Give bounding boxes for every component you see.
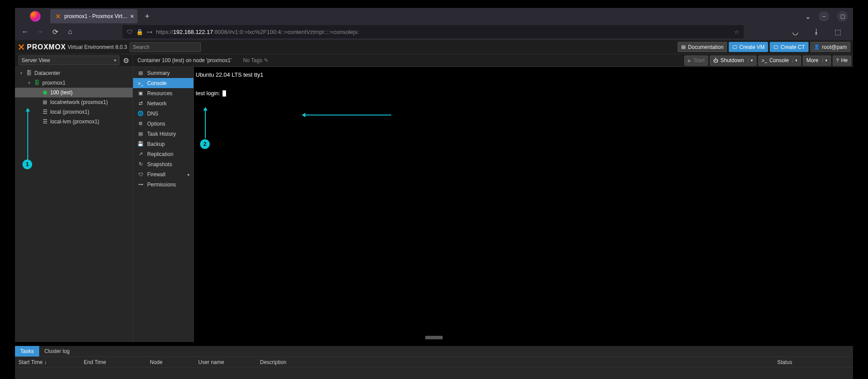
reload-button[interactable]: ⟳ — [48, 25, 62, 38]
col-description[interactable]: Description — [256, 359, 774, 365]
col-node[interactable]: Node — [146, 359, 195, 365]
annotation-bubble-1: 1 — [22, 160, 32, 169]
nav-firewall[interactable]: 🛡Firewall▸ — [133, 169, 193, 179]
tasks-panel: Tasks Cluster log Start Time ↓ End Time … — [15, 346, 853, 379]
key-icon: ⊶ — [137, 182, 144, 187]
pocket-icon[interactable]: ◡ — [789, 25, 802, 38]
url-proto: https:// — [156, 29, 173, 35]
col-start-time[interactable]: Start Time ↓ — [15, 359, 80, 365]
nav-task-history[interactable]: ▤Task History — [133, 129, 193, 139]
window-controls: ⌄ – ▢ — [805, 11, 853, 22]
play-icon: ▶ — [688, 58, 691, 63]
bookmark-star-icon[interactable]: ☆ — [734, 29, 739, 35]
annotation-arrow-2 — [205, 108, 206, 138]
lock-icon: 🔒 — [136, 29, 143, 35]
resource-tree: ▾🗄Datacenter ▾🗄proxmox1 ⬢100 (test) ⊞loc… — [15, 67, 133, 342]
nav-snapshots[interactable]: ↻Snapshots — [133, 159, 193, 169]
caret-down-icon: ▾ — [793, 58, 798, 63]
close-tab-icon[interactable]: × — [130, 13, 134, 20]
console-button[interactable]: >_Console▾ — [758, 56, 801, 66]
shutdown-button[interactable]: ⏻Shutdown▾ — [710, 56, 756, 66]
tree-node-proxmox1[interactable]: ▾🗄proxmox1 — [15, 78, 133, 88]
bottom-tabs: Tasks Cluster log — [15, 346, 853, 357]
tree-localnetwork[interactable]: ⊞localnetwork (proxmox1) — [15, 97, 133, 107]
new-tab-button[interactable]: + — [141, 10, 153, 22]
book-icon: ▤ — [681, 44, 686, 50]
tree-datacenter[interactable]: ▾🗄Datacenter — [15, 68, 133, 78]
tree-local-lvm[interactable]: ☰local-lvm (proxmox1) — [15, 117, 133, 126]
download-icon[interactable]: ⭳ — [810, 25, 823, 38]
minimize-button[interactable]: – — [819, 11, 829, 22]
container-icon: 🖵 — [773, 45, 778, 50]
extensions-icon[interactable]: ⬚ — [831, 25, 844, 38]
home-button[interactable]: ⌂ — [63, 25, 77, 38]
network-icon: ⇄ — [137, 100, 144, 106]
cube-icon: ⬢ — [41, 89, 48, 96]
caret-down-icon: ▾ — [823, 58, 827, 63]
start-button[interactable]: ▶Start — [684, 56, 708, 66]
toolbar: Server View▾ ⚙ Container 100 (test) on n… — [15, 54, 853, 67]
more-button[interactable]: More▾ — [803, 56, 831, 66]
terminal-icon: >_ — [137, 81, 144, 86]
view-dropdown[interactable]: Server View▾ — [19, 56, 119, 65]
annotation-bubble-2: 2 — [200, 139, 210, 149]
version-label: Virtual Environment 8.0.3 — [68, 44, 127, 50]
server-icon: 🗄 — [26, 70, 33, 76]
col-end-time[interactable]: End Time — [80, 359, 146, 365]
browser-tab[interactable]: ✕ proxmox1 - Proxmox Virt… × — [50, 9, 137, 23]
col-user[interactable]: User name — [195, 359, 256, 365]
nav-network[interactable]: ⇄Network — [133, 98, 193, 108]
tab-bar: ✕ proxmox1 - Proxmox Virt… × + ⌄ – ▢ — [15, 8, 853, 23]
maximize-button[interactable]: ▢ — [837, 11, 848, 22]
forward-button[interactable]: → — [33, 25, 47, 38]
pencil-icon: ✎ — [264, 57, 268, 63]
create-vm-button[interactable]: 🖵Create VM — [729, 42, 768, 52]
chevron-down-icon[interactable]: ⌄ — [805, 12, 811, 21]
url-host: 192.168.122.17 — [173, 29, 213, 35]
tab-title: proxmox1 - Proxmox Virt… — [64, 13, 128, 19]
documentation-button[interactable]: ▤Documentation — [678, 42, 727, 52]
chevron-right-icon: ▸ — [188, 172, 190, 177]
col-status[interactable]: Status — [774, 359, 853, 365]
user-icon: 👤 — [814, 44, 820, 50]
gear-icon[interactable]: ⚙ — [121, 56, 131, 65]
user-button[interactable]: 👤root@pam — [810, 42, 850, 52]
help-button[interactable]: ?He — [833, 56, 851, 66]
tab-tasks[interactable]: Tasks — [15, 346, 39, 357]
url-path: :8006/#v1:0:=lxc%2F100:4::=contentVztmpl… — [213, 29, 359, 35]
tab-cluster-log[interactable]: Cluster log — [39, 346, 75, 357]
key-icon: ⊶ — [147, 29, 152, 35]
storage-icon: ☰ — [41, 119, 48, 125]
search-input[interactable]: Search — [130, 42, 201, 52]
nav-backup[interactable]: 💾Backup — [133, 139, 193, 149]
create-ct-button[interactable]: 🖵Create CT — [770, 42, 808, 52]
split-handle[interactable] — [425, 336, 443, 339]
notes-icon: ▤ — [137, 70, 144, 76]
url-bar[interactable]: 🛡 🔒 ⊶ https://192.168.122.17:8006/#v1:0:… — [122, 25, 744, 38]
nav-options[interactable]: ⚙Options — [133, 119, 193, 129]
node-icon: 🗄 — [33, 80, 41, 86]
network-icon: ⊞ — [41, 99, 48, 105]
list-icon: ▤ — [137, 131, 144, 137]
logo-text: PROXMOX — [27, 43, 66, 51]
nav-resources[interactable]: ▣Resources — [133, 88, 193, 98]
app-header: ✕ PROXMOX Virtual Environment 8.0.3 Sear… — [15, 40, 853, 54]
no-tags-label[interactable]: No Tags✎ — [243, 57, 268, 63]
nav-dns[interactable]: 🌐DNS — [133, 108, 193, 119]
proxmox-favicon: ✕ — [55, 13, 62, 20]
nav-summary[interactable]: ▤Summary — [133, 68, 193, 78]
view-selector: Server View▾ ⚙ — [15, 54, 133, 67]
nav-console[interactable]: >_Console — [133, 78, 193, 88]
nav-permissions[interactable]: ⊶Permissions — [133, 179, 193, 190]
logo: ✕ PROXMOX — [18, 42, 66, 52]
nav-replication[interactable]: ↗Replication — [133, 149, 193, 159]
console-terminal[interactable]: Ubuntu 22.04 LTS test tty1 test login: — [194, 67, 853, 342]
tasks-header: Start Time ↓ End Time Node User name Des… — [15, 357, 853, 368]
console-line — [196, 80, 851, 89]
tree-container-100[interactable]: ⬢100 (test) — [15, 88, 133, 97]
logo-icon: ✕ — [18, 42, 24, 52]
tree-local-storage[interactable]: ☰local (proxmox1) — [15, 107, 133, 117]
back-button[interactable]: ← — [19, 25, 32, 38]
shield-icon: 🛡 — [137, 172, 144, 177]
storage-icon: ☰ — [41, 109, 48, 115]
